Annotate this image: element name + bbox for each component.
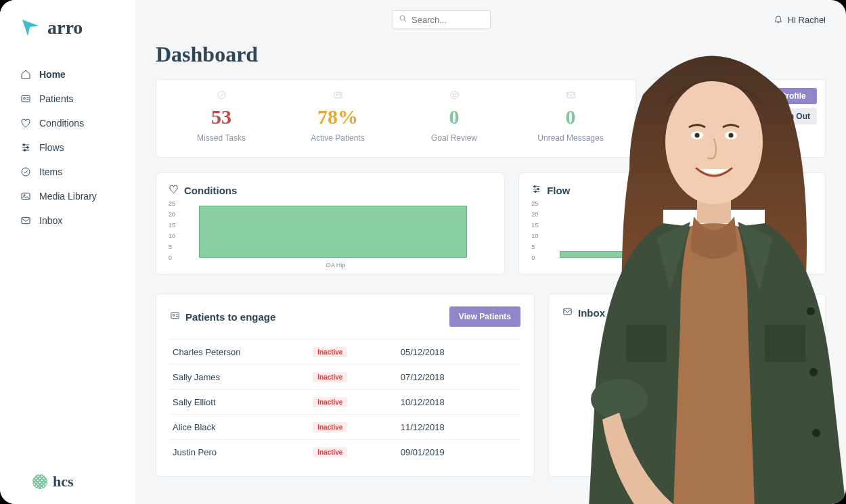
- svg-point-10: [217, 91, 225, 99]
- stats-card: 53Missed Tasks78%Active Patients0Goal Re…: [156, 79, 636, 158]
- patient-name: Sally Elliott: [170, 390, 310, 415]
- sidebar-item-label: Items: [39, 166, 62, 177]
- patient-name: Sally James: [170, 365, 310, 390]
- conditions-chart-card: Conditions 0510152025OA Hip: [156, 173, 505, 275]
- patient-status: Inactive: [310, 340, 398, 365]
- svg-rect-8: [22, 217, 30, 223]
- patient-name: Justin Pero: [170, 440, 310, 465]
- sidebar-item-label: Home: [39, 69, 66, 80]
- stat-value: 78%: [280, 106, 396, 128]
- main-content: Hi Rachel Dashboard 53Missed Tasks78%Act…: [135, 0, 846, 504]
- svg-rect-16: [566, 92, 574, 98]
- search-icon: [399, 14, 407, 26]
- svg-rect-21: [171, 313, 179, 319]
- account-title: Account: [675, 90, 713, 101]
- sidebar-item-label: Conditions: [39, 118, 84, 129]
- inbox-title: Inbox: [578, 307, 605, 319]
- patient-date: 07/12/2018: [398, 365, 520, 390]
- svg-point-1: [24, 97, 26, 99]
- heart-icon: [20, 118, 31, 129]
- table-row[interactable]: Sally JamesInactive07/12/2018: [170, 365, 520, 390]
- id-card-icon: [20, 93, 31, 104]
- table-row[interactable]: Justin PeroInactive09/01/2019: [170, 440, 520, 465]
- search-box[interactable]: [393, 10, 491, 29]
- flow-chart-title: Flow: [547, 185, 570, 196]
- profile-button[interactable]: Profile: [770, 88, 817, 104]
- svg-point-4: [24, 150, 26, 152]
- flow-chart: 0510152025: [546, 203, 809, 267]
- org-value: Human Hi…: [661, 135, 814, 145]
- x-tick-label: OA Hip: [326, 262, 346, 269]
- patient-date: 11/12/2018: [398, 415, 520, 440]
- stat-label: Goal Review: [396, 133, 512, 143]
- sidebar-item-inbox[interactable]: Inbox: [0, 208, 135, 233]
- patient-date: 10/12/2018: [398, 390, 520, 415]
- svg-point-5: [22, 168, 30, 176]
- row-summary: 53Missed Tasks78%Active Patients0Goal Re…: [156, 79, 826, 158]
- svg-point-2: [23, 144, 25, 146]
- svg-rect-11: [334, 92, 341, 98]
- hcs-text: hcs: [53, 473, 74, 490]
- sidebar-nav: Home Patients Conditions Flows Items Med…: [0, 55, 135, 239]
- stat-value: 53: [163, 106, 280, 128]
- svg-point-13: [450, 91, 458, 99]
- patient-status: Inactive: [310, 440, 398, 465]
- stat-goal-review: 0Goal Review: [396, 90, 512, 145]
- sidebar-item-items[interactable]: Items: [0, 160, 135, 184]
- mail-icon: [562, 306, 573, 319]
- sidebar-item-label: Inbox: [39, 215, 62, 226]
- check-circle-icon: [20, 166, 31, 177]
- sliders-icon: [20, 142, 31, 153]
- org-label: ORGANISATION: [661, 128, 814, 135]
- signout-button[interactable]: Sign Out: [770, 108, 817, 124]
- user-icon: [661, 89, 671, 101]
- stat-label: Active Patients: [280, 133, 396, 143]
- table-row[interactable]: Charles PetersonInactive05/12/2018: [170, 340, 520, 365]
- sidebar-item-label: Media Library: [39, 191, 97, 202]
- page-title: Dashboard: [156, 42, 826, 67]
- app-window: arro Home Patients Conditions Flows Item…: [0, 0, 846, 504]
- stat-value: 0: [512, 106, 629, 128]
- table-row[interactable]: Alice BlackInactive11/12/2018: [170, 415, 520, 440]
- svg-point-17: [665, 91, 668, 94]
- row-lower: Patients to engage View Patients Charles…: [156, 294, 826, 477]
- brand-mark-icon: [20, 18, 41, 38]
- sidebar-item-media-library[interactable]: Media Library: [0, 184, 135, 208]
- check-circle-icon: [163, 90, 280, 103]
- stat-value: 0: [396, 106, 512, 128]
- stat-active-patients: 78%Active Patients: [280, 90, 396, 145]
- patients-engage-card: Patients to engage View Patients Charles…: [156, 294, 535, 477]
- chart-bar: [560, 251, 791, 258]
- stat-unread-messages: 0Unread Messages: [512, 90, 629, 145]
- sidebar-item-flows[interactable]: Flows: [0, 135, 135, 160]
- flow-chart-card: Flow 0510152025: [518, 173, 826, 275]
- mail-icon: [20, 215, 31, 226]
- status-badge: Inactive: [313, 397, 347, 407]
- heart-icon: [169, 184, 179, 196]
- svg-point-22: [173, 315, 175, 317]
- stat-label: Unread Messages: [512, 133, 629, 143]
- status-badge: Inactive: [313, 372, 347, 382]
- sidebar-item-conditions[interactable]: Conditions: [0, 111, 135, 135]
- sidebar-item-patients[interactable]: Patients: [0, 87, 135, 111]
- svg-point-20: [535, 191, 537, 193]
- chart-bar: [199, 206, 467, 258]
- sidebar-item-home[interactable]: Home: [0, 62, 135, 87]
- user-greeting[interactable]: Hi Rachel: [774, 14, 826, 26]
- svg-point-15: [455, 94, 455, 95]
- svg-rect-0: [22, 95, 30, 101]
- hcs-mark-icon: [32, 474, 47, 489]
- stat-missed-tasks: 53Missed Tasks: [163, 90, 280, 145]
- table-row[interactable]: Sally ElliottInactive10/12/2018: [170, 390, 520, 415]
- brand-name: arro: [47, 17, 83, 39]
- mail-icon: [512, 90, 629, 103]
- row-charts: Conditions 0510152025OA Hip Flow 0510152…: [156, 173, 826, 275]
- sidebar: arro Home Patients Conditions Flows Item…: [0, 0, 135, 504]
- search-input[interactable]: [411, 15, 485, 25]
- bell-icon: [774, 14, 783, 26]
- conditions-chart: 0510152025OA Hip: [183, 203, 488, 267]
- svg-point-19: [537, 188, 539, 190]
- patient-date: 09/01/2019: [398, 440, 520, 465]
- view-patients-button[interactable]: View Patients: [449, 306, 520, 327]
- patient-status: Inactive: [310, 415, 398, 440]
